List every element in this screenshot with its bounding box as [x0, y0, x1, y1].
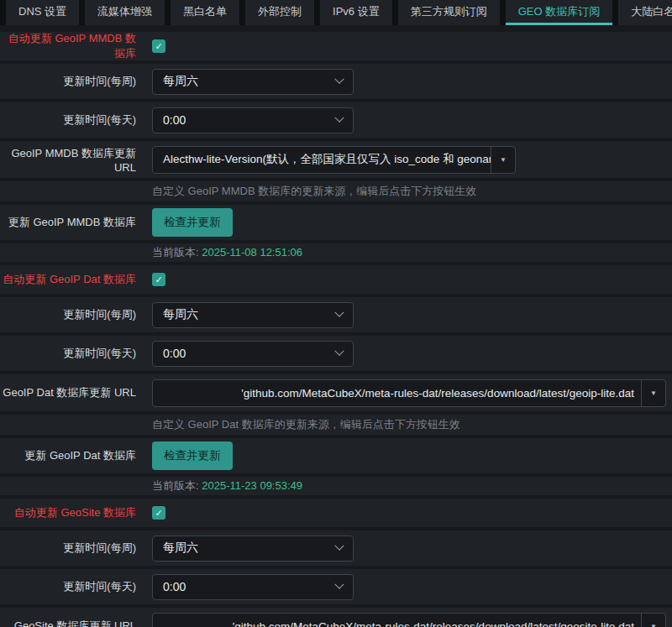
- tab-label: 外部控制: [258, 4, 302, 19]
- chevron-down-icon: [334, 113, 344, 123]
- mmdb-weekly-select[interactable]: 每周六: [152, 69, 354, 95]
- tab-label: GEO 数据库订阅: [518, 4, 601, 19]
- input-value[interactable]: 'github.com/MetaCubeX/meta-rules-dat/rel…: [153, 614, 641, 627]
- form-row-dat-update: 更新 GeoIP Dat 数据库 检查并更新: [0, 438, 672, 473]
- daily-time-label: 更新时间(每天): [0, 346, 136, 361]
- form-row-mmdb-url: GeoIP MMDB 数据库更新 URL Alecthw-lite-Versio…: [0, 141, 672, 178]
- tab-black-white-list[interactable]: 黑白名单: [171, 0, 239, 25]
- input-value[interactable]: 'github.com/MetaCubeX/meta-rules-dat/rel…: [153, 380, 641, 406]
- chevron-down-icon: [334, 308, 344, 317]
- dat-current-version: 当前版本: 2025-11-23 09:53:49: [152, 478, 302, 494]
- tab-third-party-rules[interactable]: 第三方规则订阅: [398, 0, 500, 25]
- tab-ipv6-settings[interactable]: IPv6 设置: [320, 0, 392, 25]
- check-icon: ✓: [155, 509, 162, 518]
- check-and-update-mmdb-button[interactable]: 检查并更新: [152, 208, 233, 237]
- tab-label: 黑白名单: [183, 4, 227, 19]
- tab-label: IPv6 设置: [333, 4, 380, 19]
- auto-update-mmdb-checkbox[interactable]: ✓: [152, 39, 165, 53]
- mmdb-url-help-text: 自定义 GeoIP MMDB 数据库的更新来源，编辑后点击下方按钮生效: [152, 184, 476, 199]
- select-value: 每周六: [163, 541, 198, 556]
- mmdb-current-version: 当前版本: 2025-11-08 12:51:06: [152, 245, 302, 260]
- form-row-auto-update-geosite: 自动更新 GeoSite 数据库 ✓: [0, 499, 672, 527]
- dat-daily-select[interactable]: 0:00: [152, 341, 354, 367]
- version-label: 当前版本:: [152, 246, 199, 259]
- select-value: 0:00: [163, 113, 186, 127]
- tab-geo-database-subscription[interactable]: GEO 数据库订阅: [506, 0, 613, 25]
- form-row-dat-daily: 更新时间(每天) 0:00: [0, 336, 672, 371]
- select-value: 0:00: [163, 580, 186, 593]
- check-icon: ✓: [155, 42, 162, 51]
- dropdown-arrow-icon[interactable]: ▼: [491, 147, 515, 173]
- select-value: 每周六: [163, 307, 198, 322]
- tab-label: 第三方规则订阅: [411, 4, 487, 19]
- form-row-geosite-weekly: 更新时间(每周) 每周六: [0, 530, 672, 566]
- form-row-mmdb-help: 自定义 GeoIP MMDB 数据库的更新来源，编辑后点击下方按钮生效: [0, 181, 672, 201]
- settings-form: 自动更新 GeoIP MMDB 数据库 ✓ 更新时间(每周) 每周六 更新时间(…: [0, 25, 672, 627]
- version-value: 2025-11-08 12:51:06: [202, 246, 302, 259]
- daily-time-label: 更新时间(每天): [0, 579, 136, 594]
- form-row-mmdb-daily: 更新时间(每天) 0:00: [0, 102, 672, 138]
- geosite-daily-select[interactable]: 0:00: [152, 574, 354, 600]
- mmdb-url-combobox[interactable]: Alecthw-lite-Version(默认，全部国家且仅写入 iso_cod…: [152, 146, 516, 174]
- geosite-url-label: GeoSite 数据库更新 URL: [0, 619, 136, 627]
- geosite-weekly-select[interactable]: 每周六: [152, 536, 354, 562]
- form-row-mmdb-version: 当前版本: 2025-11-08 12:51:06: [0, 243, 672, 262]
- form-row-dat-weekly: 更新时间(每周) 每周六: [0, 297, 672, 332]
- form-row-geosite-url: GeoSite 数据库更新 URL 'github.com/MetaCubeX/…: [0, 608, 672, 627]
- dat-url-label: GeoIP Dat 数据库更新 URL: [0, 385, 136, 400]
- tab-label: 流媒体增强: [97, 4, 152, 19]
- dat-url-help-text: 自定义 GeoIP Dat 数据库的更新来源，编辑后点击下方按钮生效: [152, 417, 460, 432]
- chevron-down-icon: [334, 347, 344, 356]
- select-value: 0:00: [163, 347, 186, 360]
- version-value: 2025-11-23 09:53:49: [202, 479, 302, 492]
- combobox-value[interactable]: Alecthw-lite-Version(默认，全部国家且仅写入 iso_cod…: [153, 147, 491, 173]
- tab-mainland-whitelist[interactable]: 大陆白名单订阅: [618, 0, 672, 25]
- weekly-time-label: 更新时间(每周): [0, 74, 136, 89]
- update-dat-label: 更新 GeoIP Dat 数据库: [0, 448, 136, 463]
- form-row-dat-help: 自定义 GeoIP Dat 数据库的更新来源，编辑后点击下方按钮生效: [0, 415, 672, 435]
- tab-dns-settings[interactable]: DNS 设置: [6, 0, 79, 25]
- check-and-update-dat-button[interactable]: 检查并更新: [152, 442, 233, 470]
- tab-bar: 制 DNS 设置 流媒体增强 黑白名单 外部控制 IPv6 设置 第三方规则订阅…: [0, 0, 672, 25]
- auto-update-dat-label: 自动更新 GeoIP Dat 数据库: [0, 272, 136, 287]
- auto-update-geosite-label: 自动更新 GeoSite 数据库: [0, 505, 136, 520]
- daily-time-label: 更新时间(每天): [0, 112, 136, 128]
- auto-update-dat-checkbox[interactable]: ✓: [152, 273, 165, 286]
- form-row-mmdb-weekly: 更新时间(每周) 每周六: [0, 64, 672, 99]
- auto-update-mmdb-label: 自动更新 GeoIP MMDB 数据库: [0, 31, 136, 61]
- tab-label: 大陆白名单订阅: [631, 4, 672, 19]
- weekly-time-label: 更新时间(每周): [0, 541, 136, 556]
- auto-update-geosite-checkbox[interactable]: ✓: [152, 506, 165, 520]
- chevron-down-icon: [334, 75, 344, 84]
- form-row-auto-update-mmdb: 自动更新 GeoIP MMDB 数据库 ✓: [0, 32, 672, 60]
- version-label: 当前版本:: [152, 479, 199, 492]
- update-mmdb-label: 更新 GeoIP MMDB 数据库: [0, 215, 136, 230]
- dat-weekly-select[interactable]: 每周六: [152, 302, 354, 328]
- mmdb-daily-select[interactable]: 0:00: [152, 107, 354, 133]
- form-row-dat-version: 当前版本: 2025-11-23 09:53:49: [0, 477, 672, 495]
- form-row-geosite-daily: 更新时间(每天) 0:00: [0, 569, 672, 604]
- form-row-dat-url: GeoIP Dat 数据库更新 URL 'github.com/MetaCube…: [0, 374, 672, 411]
- tab-external-control[interactable]: 外部控制: [245, 0, 314, 25]
- weekly-time-label: 更新时间(每周): [0, 307, 136, 322]
- form-row-mmdb-update: 更新 GeoIP MMDB 数据库 检查并更新: [0, 205, 672, 240]
- dropdown-arrow-icon[interactable]: ▼: [641, 380, 665, 406]
- mmdb-url-label: GeoIP MMDB 数据库更新 URL: [0, 146, 136, 174]
- form-row-auto-update-dat: 自动更新 GeoIP Dat 数据库 ✓: [0, 265, 672, 294]
- tab-streaming-enhance[interactable]: 流媒体增强: [85, 0, 165, 25]
- geosite-url-input[interactable]: 'github.com/MetaCubeX/meta-rules-dat/rel…: [152, 613, 666, 627]
- check-icon: ✓: [155, 275, 162, 285]
- dat-url-input[interactable]: 'github.com/MetaCubeX/meta-rules-dat/rel…: [152, 379, 666, 407]
- select-value: 每周六: [163, 74, 198, 89]
- tab-label: DNS 设置: [18, 4, 66, 19]
- dropdown-arrow-icon[interactable]: ▼: [641, 614, 665, 627]
- chevron-down-icon: [334, 541, 344, 551]
- chevron-down-icon: [334, 580, 344, 589]
